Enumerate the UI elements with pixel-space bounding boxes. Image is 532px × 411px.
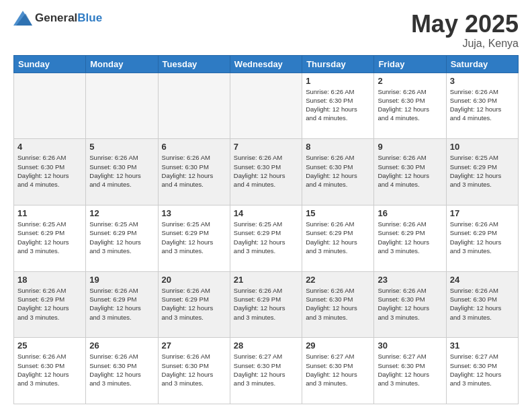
day-info: Sunrise: 6:25 AM Sunset: 6:29 PM Dayligh… [234, 220, 298, 255]
logo-blue: Blue [77, 11, 102, 24]
day-number: 28 [234, 340, 298, 351]
calendar-cell: 20Sunrise: 6:26 AM Sunset: 6:29 PM Dayli… [158, 271, 230, 338]
day-number: 10 [450, 142, 515, 152]
day-info: Sunrise: 6:26 AM Sunset: 6:30 PM Dayligh… [378, 87, 442, 123]
day-info: Sunrise: 6:27 AM Sunset: 6:30 PM Dayligh… [378, 352, 442, 387]
day-number: 31 [450, 340, 515, 351]
calendar-cell: 2Sunrise: 6:26 AM Sunset: 6:30 PM Daylig… [374, 73, 446, 139]
calendar-cell: 1Sunrise: 6:26 AM Sunset: 6:30 PM Daylig… [302, 73, 374, 139]
location: Juja, Kenya [411, 38, 519, 50]
calendar-day-header: Monday [86, 55, 158, 73]
calendar-cell: 4Sunrise: 6:26 AM Sunset: 6:30 PM Daylig… [14, 139, 86, 205]
day-number: 16 [378, 208, 442, 218]
day-info: Sunrise: 6:26 AM Sunset: 6:29 PM Dayligh… [306, 220, 370, 255]
day-number: 7 [234, 142, 298, 152]
calendar-cell: 18Sunrise: 6:26 AM Sunset: 6:29 PM Dayli… [14, 271, 86, 338]
day-info: Sunrise: 6:26 AM Sunset: 6:29 PM Dayligh… [17, 286, 82, 322]
calendar-cell: 19Sunrise: 6:26 AM Sunset: 6:29 PM Dayli… [86, 271, 158, 338]
calendar-cell: 22Sunrise: 6:26 AM Sunset: 6:30 PM Dayli… [302, 271, 374, 338]
day-info: Sunrise: 6:26 AM Sunset: 6:29 PM Dayligh… [162, 286, 226, 322]
day-number: 25 [17, 340, 82, 351]
day-info: Sunrise: 6:25 AM Sunset: 6:29 PM Dayligh… [17, 220, 82, 255]
calendar-cell: 12Sunrise: 6:25 AM Sunset: 6:29 PM Dayli… [86, 205, 158, 271]
calendar-cell [158, 73, 230, 139]
calendar-cell: 25Sunrise: 6:26 AM Sunset: 6:30 PM Dayli… [14, 338, 86, 404]
day-number: 8 [306, 142, 370, 152]
calendar-week-row: 11Sunrise: 6:25 AM Sunset: 6:29 PM Dayli… [14, 205, 519, 271]
day-info: Sunrise: 6:25 AM Sunset: 6:29 PM Dayligh… [450, 153, 515, 189]
calendar-cell: 24Sunrise: 6:26 AM Sunset: 6:30 PM Dayli… [446, 271, 518, 338]
day-number: 11 [17, 208, 82, 218]
calendar-week-row: 18Sunrise: 6:26 AM Sunset: 6:29 PM Dayli… [14, 271, 519, 338]
calendar-week-row: 4Sunrise: 6:26 AM Sunset: 6:30 PM Daylig… [14, 139, 519, 205]
calendar-day-header: Thursday [302, 55, 374, 73]
page: GeneralBlue May 2025 Juja, Kenya SundayM… [0, 0, 532, 411]
calendar-header-row: SundayMondayTuesdayWednesdayThursdayFrid… [14, 55, 519, 73]
day-info: Sunrise: 6:26 AM Sunset: 6:30 PM Dayligh… [378, 153, 442, 189]
day-info: Sunrise: 6:25 AM Sunset: 6:29 PM Dayligh… [162, 220, 226, 255]
day-info: Sunrise: 6:26 AM Sunset: 6:30 PM Dayligh… [306, 153, 370, 189]
calendar-day-header: Friday [374, 55, 446, 73]
day-info: Sunrise: 6:26 AM Sunset: 6:29 PM Dayligh… [234, 286, 298, 322]
day-info: Sunrise: 6:26 AM Sunset: 6:30 PM Dayligh… [234, 153, 298, 189]
calendar-cell: 21Sunrise: 6:26 AM Sunset: 6:29 PM Dayli… [230, 271, 302, 338]
day-number: 21 [234, 275, 298, 285]
day-number: 17 [450, 208, 515, 218]
day-info: Sunrise: 6:26 AM Sunset: 6:30 PM Dayligh… [450, 87, 515, 123]
day-info: Sunrise: 6:27 AM Sunset: 6:30 PM Dayligh… [234, 352, 298, 387]
calendar-cell: 28Sunrise: 6:27 AM Sunset: 6:30 PM Dayli… [230, 338, 302, 404]
calendar-cell: 26Sunrise: 6:26 AM Sunset: 6:30 PM Dayli… [86, 338, 158, 404]
calendar-cell [86, 73, 158, 139]
day-number: 1 [306, 76, 370, 86]
day-number: 18 [17, 275, 82, 285]
calendar-cell: 11Sunrise: 6:25 AM Sunset: 6:29 PM Dayli… [14, 205, 86, 271]
calendar-cell: 13Sunrise: 6:25 AM Sunset: 6:29 PM Dayli… [158, 205, 230, 271]
day-info: Sunrise: 6:27 AM Sunset: 6:30 PM Dayligh… [306, 352, 370, 387]
calendar-day-header: Tuesday [158, 55, 230, 73]
calendar-cell: 9Sunrise: 6:26 AM Sunset: 6:30 PM Daylig… [374, 139, 446, 205]
day-info: Sunrise: 6:26 AM Sunset: 6:30 PM Dayligh… [17, 352, 82, 387]
day-info: Sunrise: 6:26 AM Sunset: 6:30 PM Dayligh… [17, 153, 82, 189]
day-number: 24 [450, 275, 515, 285]
day-info: Sunrise: 6:26 AM Sunset: 6:29 PM Dayligh… [378, 220, 442, 255]
calendar-cell: 10Sunrise: 6:25 AM Sunset: 6:29 PM Dayli… [446, 139, 518, 205]
day-number: 27 [162, 340, 226, 351]
calendar-cell: 15Sunrise: 6:26 AM Sunset: 6:29 PM Dayli… [302, 205, 374, 271]
logo-general: General [35, 11, 77, 24]
day-number: 12 [89, 208, 154, 218]
title-section: May 2025 Juja, Kenya [411, 11, 519, 50]
calendar-cell: 31Sunrise: 6:27 AM Sunset: 6:30 PM Dayli… [446, 338, 518, 404]
day-number: 23 [378, 275, 442, 285]
calendar-cell [230, 73, 302, 139]
calendar-cell: 14Sunrise: 6:25 AM Sunset: 6:29 PM Dayli… [230, 205, 302, 271]
day-number: 19 [89, 275, 154, 285]
day-number: 22 [306, 275, 370, 285]
calendar-cell: 17Sunrise: 6:26 AM Sunset: 6:29 PM Dayli… [446, 205, 518, 271]
day-info: Sunrise: 6:25 AM Sunset: 6:29 PM Dayligh… [89, 220, 154, 255]
day-number: 15 [306, 208, 370, 218]
day-number: 5 [89, 142, 154, 152]
month-year: May 2025 [411, 11, 519, 38]
calendar: SundayMondayTuesdayWednesdayThursdayFrid… [13, 55, 519, 404]
calendar-day-header: Sunday [14, 55, 86, 73]
calendar-cell: 7Sunrise: 6:26 AM Sunset: 6:30 PM Daylig… [230, 139, 302, 205]
day-info: Sunrise: 6:26 AM Sunset: 6:29 PM Dayligh… [89, 286, 154, 322]
day-info: Sunrise: 6:26 AM Sunset: 6:29 PM Dayligh… [450, 220, 515, 255]
day-number: 3 [450, 76, 515, 86]
header: GeneralBlue May 2025 Juja, Kenya [13, 11, 519, 50]
day-number: 30 [378, 340, 442, 351]
day-number: 6 [162, 142, 226, 152]
logo: GeneralBlue [13, 11, 102, 26]
day-number: 2 [378, 76, 442, 86]
day-number: 9 [378, 142, 442, 152]
day-info: Sunrise: 6:26 AM Sunset: 6:30 PM Dayligh… [306, 286, 370, 322]
day-info: Sunrise: 6:26 AM Sunset: 6:30 PM Dayligh… [450, 286, 515, 322]
day-info: Sunrise: 6:27 AM Sunset: 6:30 PM Dayligh… [450, 352, 515, 387]
day-info: Sunrise: 6:26 AM Sunset: 6:30 PM Dayligh… [306, 87, 370, 123]
day-number: 4 [17, 142, 82, 152]
day-info: Sunrise: 6:26 AM Sunset: 6:30 PM Dayligh… [89, 352, 154, 387]
calendar-cell: 27Sunrise: 6:26 AM Sunset: 6:30 PM Dayli… [158, 338, 230, 404]
day-info: Sunrise: 6:26 AM Sunset: 6:30 PM Dayligh… [378, 286, 442, 322]
calendar-cell: 23Sunrise: 6:26 AM Sunset: 6:30 PM Dayli… [374, 271, 446, 338]
day-number: 20 [162, 275, 226, 285]
